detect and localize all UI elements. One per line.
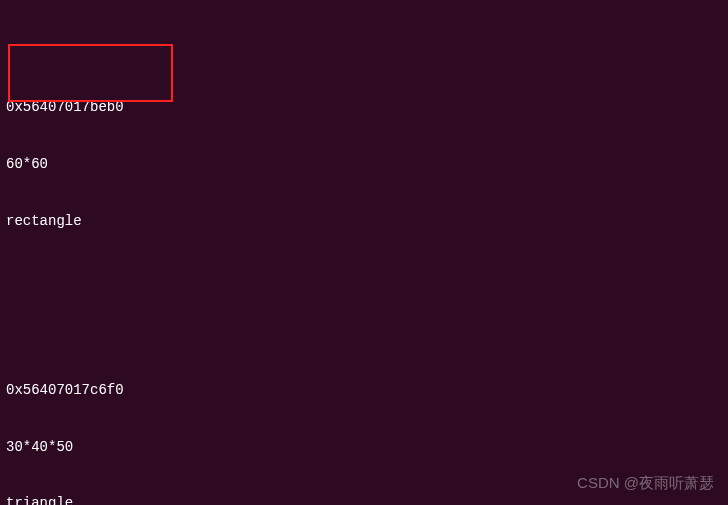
terminal-output: 0x56407017beb0 60*60 rectangle 0x5640701… — [0, 0, 728, 505]
memory-address: 0x56407017beb0 — [6, 98, 722, 117]
shape-name: rectangle — [6, 212, 722, 231]
memory-address: 0x56407017c6f0 — [6, 381, 722, 400]
dimensions: 60*60 — [6, 155, 722, 174]
highlight-rectangle-annotation — [8, 44, 173, 102]
dimensions: 30*40*50 — [6, 438, 722, 457]
output-block: 0x56407017beb0 60*60 rectangle — [6, 42, 722, 269]
shape-name: triangle — [6, 494, 722, 505]
output-block: 0x56407017c6f0 30*40*50 triangle — [6, 343, 722, 505]
